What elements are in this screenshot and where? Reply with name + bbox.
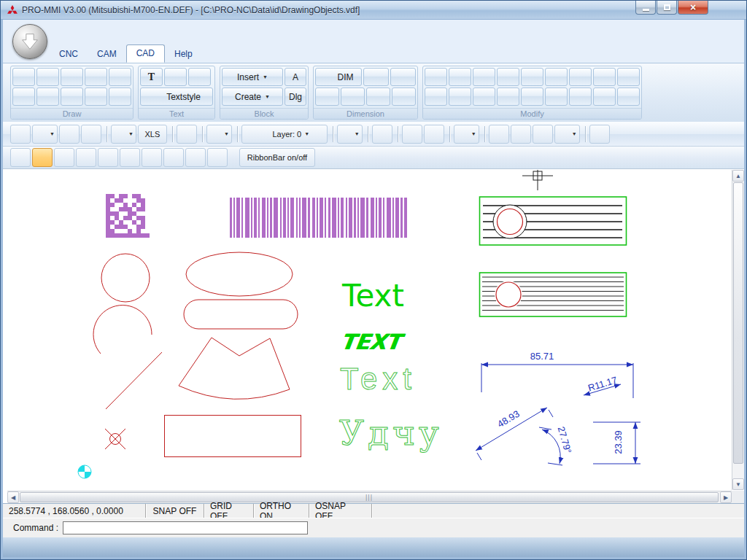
text-button[interactable]: T bbox=[140, 68, 163, 86]
restore-button[interactable] bbox=[657, 1, 677, 15]
line-button[interactable]: r-line bbox=[36, 68, 59, 86]
snap-nearest-button[interactable]: sn-near bbox=[142, 148, 162, 167]
ribbonbar-toggle-button[interactable]: RibbonBar on/off bbox=[239, 148, 315, 167]
undo-button[interactable]: undo bbox=[402, 125, 422, 144]
point-button[interactable]: r-point bbox=[12, 68, 35, 86]
layer-select-button[interactable]: layersLayer: 0▼ bbox=[241, 125, 328, 144]
snap-midpoint-button[interactable]: sn-mid bbox=[76, 148, 96, 167]
drawing-canvas[interactable]: Text TEXT Text Удчу 85.71 R11.17 48.93 2… bbox=[7, 170, 732, 491]
break-button[interactable]: r-break bbox=[521, 88, 543, 106]
dialog-button[interactable]: Dlg bbox=[285, 88, 306, 106]
grid-toggle[interactable]: GRID OFF bbox=[204, 504, 254, 518]
osnap-toggle[interactable]: OSNAP OFF bbox=[309, 504, 372, 518]
snap-center-button[interactable]: sn-cen bbox=[98, 148, 118, 167]
print-button[interactable]: print bbox=[372, 125, 392, 144]
entity-line[interactable] bbox=[106, 352, 162, 409]
export-button[interactable]: export▼ bbox=[111, 125, 136, 144]
save-button[interactable]: save bbox=[59, 125, 80, 144]
dim-angular-button[interactable]: r-dimang bbox=[341, 88, 365, 106]
polyline-edit-button[interactable]: r-pedit bbox=[473, 88, 495, 106]
barcode-symbol[interactable] bbox=[230, 198, 409, 238]
dim-button[interactable]: r-dimDIM bbox=[315, 68, 362, 86]
rectangle-button[interactable]: r-rect bbox=[61, 68, 83, 86]
dim-vertical-button[interactable]: r-dimv bbox=[390, 68, 416, 86]
close-button[interactable]: × bbox=[678, 1, 708, 15]
dim-diameter-button[interactable]: r-dimd bbox=[392, 88, 416, 106]
erase-button[interactable]: r-erase bbox=[617, 88, 640, 106]
scroll-right-button[interactable]: ▶ bbox=[720, 491, 732, 503]
join-button[interactable]: r-join bbox=[521, 68, 543, 86]
extend-button[interactable]: r-extend bbox=[593, 88, 616, 106]
minimize-button[interactable] bbox=[635, 1, 656, 15]
text-sample-cyrillic[interactable]: Удчу bbox=[339, 413, 443, 453]
move-button[interactable]: r-move bbox=[425, 68, 447, 86]
entity-circle[interactable] bbox=[101, 254, 150, 302]
entity-rectangle[interactable] bbox=[165, 416, 301, 457]
match-properties-button[interactable]: r-wand bbox=[593, 68, 616, 86]
scroll-down-button[interactable]: ▼ bbox=[732, 478, 744, 490]
circle-button[interactable]: r-circle bbox=[12, 88, 35, 106]
trim-button[interactable]: r-trim bbox=[497, 88, 519, 106]
ortho-toggle[interactable]: ORTHO ON bbox=[254, 504, 309, 518]
properties-button[interactable]: props bbox=[533, 125, 553, 144]
arc-center-button[interactable]: r-arc2 bbox=[109, 88, 131, 106]
tab-cnc[interactable]: CNC bbox=[50, 46, 88, 63]
snap-endpoint-button[interactable]: sn-end bbox=[32, 148, 53, 167]
chamfer-button[interactable]: r-chamfer bbox=[569, 88, 592, 106]
horizontal-scrollbar[interactable]: ◀ ||| ▶ bbox=[7, 491, 732, 503]
fillet-button[interactable]: r-fillet bbox=[545, 88, 568, 106]
vertical-scrollbar[interactable]: ▲ ▼ bbox=[732, 170, 744, 490]
entity-slot[interactable] bbox=[184, 300, 298, 329]
array-polar-button[interactable]: r-arrp bbox=[569, 68, 592, 86]
s-mode-button[interactable]: smode▼ bbox=[206, 125, 232, 144]
number-list-button[interactable]: numlist▼ bbox=[554, 125, 580, 144]
tools-button[interactable]: tools bbox=[589, 125, 610, 144]
entity-polygon[interactable] bbox=[179, 338, 290, 399]
hatched-plate-2[interactable] bbox=[480, 273, 627, 316]
insert-button[interactable]: Insert▼ bbox=[222, 68, 283, 86]
entity-arc[interactable] bbox=[93, 306, 152, 354]
entity-ellipse[interactable] bbox=[186, 252, 293, 296]
xls-button[interactable]: XLS bbox=[138, 125, 167, 144]
entity-point-marker[interactable] bbox=[105, 429, 125, 449]
attribute-button[interactable]: A bbox=[285, 68, 306, 86]
match-properties-2-button[interactable]: r-wand2 bbox=[617, 68, 640, 86]
selection-filter-button[interactable]: select▼ bbox=[337, 125, 363, 144]
report-button[interactable]: report bbox=[177, 125, 197, 144]
scale-button[interactable]: r-scale bbox=[497, 68, 519, 86]
scroll-left-button[interactable]: ◀ bbox=[7, 491, 19, 503]
center-mark[interactable] bbox=[78, 465, 91, 478]
application-menu-button[interactable] bbox=[12, 24, 47, 59]
ruler-button[interactable]: ruler bbox=[511, 125, 531, 144]
mirror-button[interactable]: r-mirror bbox=[473, 68, 495, 86]
hatched-plate-1[interactable] bbox=[480, 197, 627, 245]
datamatrix-symbol[interactable] bbox=[106, 194, 150, 238]
create-button[interactable]: Create▼ bbox=[222, 88, 283, 106]
array-rect-button[interactable]: r-arrr bbox=[545, 68, 568, 86]
tab-cad[interactable]: CAD bbox=[126, 44, 165, 63]
text-sample-outline[interactable]: Text bbox=[340, 362, 417, 397]
dim-label-height[interactable]: 23.39 bbox=[613, 424, 624, 461]
open-button[interactable]: open▼ bbox=[32, 125, 58, 144]
polyline-button[interactable]: r-pline bbox=[109, 68, 131, 86]
snap-tangent-button[interactable]: sn-tan bbox=[207, 148, 228, 167]
snap-none-button[interactable]: sn-none bbox=[10, 148, 31, 167]
snap-intersection-button[interactable]: sn-int bbox=[54, 148, 74, 167]
snap-node-button[interactable]: sn-node bbox=[163, 148, 184, 167]
draw-order-button[interactable]: r-layers bbox=[425, 88, 447, 106]
scroll-up-button[interactable]: ▲ bbox=[732, 170, 744, 182]
text-sample-bold-italic[interactable]: TEXT bbox=[339, 330, 403, 354]
tab-help[interactable]: Help bbox=[165, 46, 202, 63]
rotate-button[interactable]: r-rotate bbox=[449, 68, 471, 86]
data-table-button[interactable]: table bbox=[489, 125, 509, 144]
arc-button[interactable]: r-arc bbox=[85, 88, 107, 106]
zoom-button[interactable]: zoomi▼ bbox=[454, 125, 479, 144]
dim-horizontal-button[interactable]: r-dimh bbox=[363, 68, 389, 86]
command-input[interactable] bbox=[63, 521, 308, 534]
tab-cam[interactable]: CAM bbox=[88, 46, 126, 63]
dim-radius-button[interactable]: r-dimr bbox=[366, 88, 390, 106]
horizontal-scroll-thumb[interactable]: ||| bbox=[20, 492, 719, 502]
snap-toggle[interactable]: SNAP OFF bbox=[146, 504, 204, 518]
save-as-button[interactable]: save2 bbox=[81, 125, 101, 144]
snap-quadrant-button[interactable]: sn-quad bbox=[185, 148, 206, 167]
